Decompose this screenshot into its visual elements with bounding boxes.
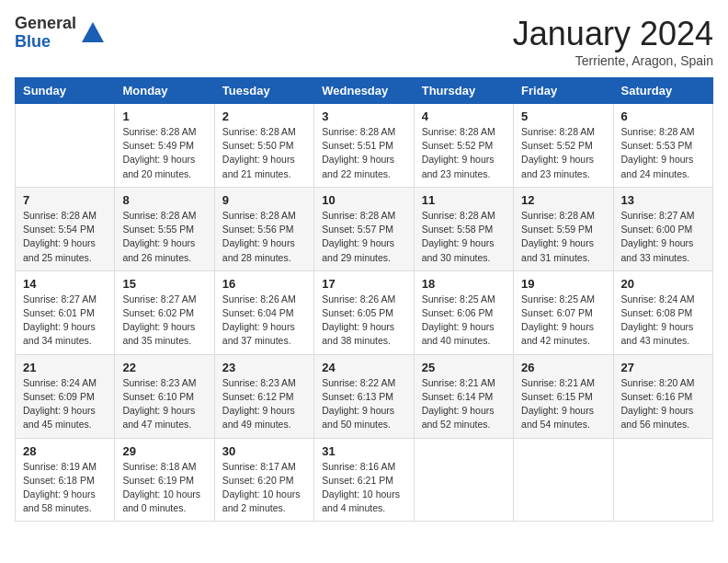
day-number: 27: [621, 361, 705, 374]
calendar-cell: 19Sunrise: 8:25 AM Sunset: 6:07 PM Dayli…: [514, 270, 613, 354]
day-info: Sunrise: 8:21 AM Sunset: 6:15 PM Dayligh…: [521, 376, 605, 432]
calendar-cell: 9Sunrise: 8:28 AM Sunset: 5:56 PM Daylig…: [214, 187, 313, 270]
weekday-header-row: SundayMondayTuesdayWednesdayThursdayFrid…: [16, 78, 713, 104]
day-info: Sunrise: 8:26 AM Sunset: 6:05 PM Dayligh…: [322, 293, 405, 349]
calendar-week-row: 21Sunrise: 8:24 AM Sunset: 6:09 PM Dayli…: [16, 354, 713, 438]
logo-icon: [80, 20, 106, 46]
day-info: Sunrise: 8:27 AM Sunset: 6:01 PM Dayligh…: [23, 293, 107, 349]
day-number: 22: [122, 361, 206, 374]
day-number: 19: [521, 277, 605, 291]
weekday-header-sunday: Sunday: [16, 78, 115, 104]
day-number: 24: [322, 361, 405, 374]
day-info: Sunrise: 8:28 AM Sunset: 5:57 PM Dayligh…: [322, 209, 405, 265]
day-number: 25: [422, 361, 506, 374]
calendar-cell: 11Sunrise: 8:28 AM Sunset: 5:58 PM Dayli…: [414, 187, 513, 270]
calendar-cell: 21Sunrise: 8:24 AM Sunset: 6:09 PM Dayli…: [16, 354, 115, 438]
calendar-cell: 22Sunrise: 8:23 AM Sunset: 6:10 PM Dayli…: [115, 354, 214, 438]
day-number: 31: [322, 444, 405, 458]
weekday-header-monday: Monday: [115, 78, 214, 104]
calendar-cell: 2Sunrise: 8:28 AM Sunset: 5:50 PM Daylig…: [214, 104, 313, 188]
day-number: 15: [122, 277, 206, 291]
day-info: Sunrise: 8:26 AM Sunset: 6:04 PM Dayligh…: [222, 293, 306, 349]
day-info: Sunrise: 8:28 AM Sunset: 5:52 PM Dayligh…: [521, 125, 605, 181]
calendar-cell: 12Sunrise: 8:28 AM Sunset: 5:59 PM Dayli…: [514, 187, 613, 270]
day-number: 28: [23, 444, 107, 458]
calendar-cell: 3Sunrise: 8:28 AM Sunset: 5:51 PM Daylig…: [314, 104, 414, 188]
day-info: Sunrise: 8:28 AM Sunset: 5:54 PM Dayligh…: [23, 209, 107, 265]
day-info: Sunrise: 8:24 AM Sunset: 6:09 PM Dayligh…: [23, 376, 107, 432]
day-number: 30: [222, 444, 306, 458]
day-number: 2: [222, 109, 306, 123]
calendar-cell: [414, 438, 513, 522]
weekday-header-wednesday: Wednesday: [314, 78, 414, 104]
day-info: Sunrise: 8:28 AM Sunset: 5:56 PM Dayligh…: [222, 209, 306, 265]
day-number: 12: [521, 193, 605, 207]
calendar-cell: 4Sunrise: 8:28 AM Sunset: 5:52 PM Daylig…: [414, 104, 513, 188]
calendar-cell: 15Sunrise: 8:27 AM Sunset: 6:02 PM Dayli…: [115, 270, 214, 354]
day-info: Sunrise: 8:27 AM Sunset: 6:02 PM Dayligh…: [122, 293, 206, 349]
calendar-cell: 28Sunrise: 8:19 AM Sunset: 6:18 PM Dayli…: [16, 438, 115, 522]
calendar-week-row: 14Sunrise: 8:27 AM Sunset: 6:01 PM Dayli…: [16, 270, 713, 354]
calendar-cell: 25Sunrise: 8:21 AM Sunset: 6:14 PM Dayli…: [414, 354, 513, 438]
calendar-cell: 10Sunrise: 8:28 AM Sunset: 5:57 PM Dayli…: [314, 187, 414, 270]
day-info: Sunrise: 8:25 AM Sunset: 6:07 PM Dayligh…: [521, 293, 605, 349]
day-info: Sunrise: 8:22 AM Sunset: 6:13 PM Dayligh…: [322, 376, 405, 432]
day-number: 3: [322, 109, 405, 123]
day-info: Sunrise: 8:28 AM Sunset: 5:50 PM Dayligh…: [222, 125, 306, 181]
calendar-cell: [613, 438, 712, 522]
day-info: Sunrise: 8:28 AM Sunset: 5:59 PM Dayligh…: [521, 209, 605, 265]
day-number: 8: [122, 193, 206, 207]
calendar-cell: 24Sunrise: 8:22 AM Sunset: 6:13 PM Dayli…: [314, 354, 414, 438]
day-number: 14: [23, 277, 107, 291]
day-info: Sunrise: 8:25 AM Sunset: 6:06 PM Dayligh…: [422, 293, 506, 349]
calendar-cell: [514, 438, 613, 522]
day-number: 16: [222, 277, 306, 291]
weekday-header-saturday: Saturday: [613, 78, 712, 104]
day-number: 13: [621, 193, 705, 207]
day-number: 11: [422, 193, 506, 207]
day-info: Sunrise: 8:21 AM Sunset: 6:14 PM Dayligh…: [422, 376, 506, 432]
day-info: Sunrise: 8:17 AM Sunset: 6:20 PM Dayligh…: [222, 460, 306, 516]
weekday-header-thursday: Thursday: [414, 78, 513, 104]
logo-general-text: General: [15, 15, 76, 33]
calendar-cell: 16Sunrise: 8:26 AM Sunset: 6:04 PM Dayli…: [214, 270, 313, 354]
calendar-cell: 1Sunrise: 8:28 AM Sunset: 5:49 PM Daylig…: [115, 104, 214, 188]
day-number: 21: [23, 361, 107, 374]
calendar-cell: 27Sunrise: 8:20 AM Sunset: 6:16 PM Dayli…: [613, 354, 712, 438]
day-info: Sunrise: 8:27 AM Sunset: 6:00 PM Dayligh…: [621, 209, 705, 265]
day-info: Sunrise: 8:28 AM Sunset: 5:53 PM Dayligh…: [621, 125, 705, 181]
logo-blue-text: Blue: [15, 33, 76, 52]
day-info: Sunrise: 8:24 AM Sunset: 6:08 PM Dayligh…: [621, 293, 705, 349]
calendar-cell: 7Sunrise: 8:28 AM Sunset: 5:54 PM Daylig…: [16, 187, 115, 270]
title-block: January 2024 Terriente, Aragon, Spain: [513, 15, 713, 68]
calendar-cell: 14Sunrise: 8:27 AM Sunset: 6:01 PM Dayli…: [16, 270, 115, 354]
calendar-cell: 13Sunrise: 8:27 AM Sunset: 6:00 PM Dayli…: [613, 187, 712, 270]
day-info: Sunrise: 8:28 AM Sunset: 5:55 PM Dayligh…: [122, 209, 206, 265]
day-info: Sunrise: 8:20 AM Sunset: 6:16 PM Dayligh…: [621, 376, 705, 432]
logo: General Blue: [15, 15, 106, 52]
day-info: Sunrise: 8:28 AM Sunset: 5:49 PM Dayligh…: [122, 125, 206, 181]
day-number: 23: [222, 361, 306, 374]
calendar-cell: 8Sunrise: 8:28 AM Sunset: 5:55 PM Daylig…: [115, 187, 214, 270]
day-number: 4: [422, 109, 506, 123]
calendar-week-row: 7Sunrise: 8:28 AM Sunset: 5:54 PM Daylig…: [16, 187, 713, 270]
day-info: Sunrise: 8:28 AM Sunset: 5:52 PM Dayligh…: [422, 125, 506, 181]
day-number: 7: [23, 193, 107, 207]
calendar-table: SundayMondayTuesdayWednesdayThursdayFrid…: [15, 77, 713, 522]
calendar-cell: [16, 104, 115, 188]
calendar-week-row: 28Sunrise: 8:19 AM Sunset: 6:18 PM Dayli…: [16, 438, 713, 522]
calendar-cell: 18Sunrise: 8:25 AM Sunset: 6:06 PM Dayli…: [414, 270, 513, 354]
day-info: Sunrise: 8:23 AM Sunset: 6:12 PM Dayligh…: [222, 376, 306, 432]
day-info: Sunrise: 8:23 AM Sunset: 6:10 PM Dayligh…: [122, 376, 206, 432]
calendar-cell: 6Sunrise: 8:28 AM Sunset: 5:53 PM Daylig…: [613, 104, 712, 188]
day-number: 20: [621, 277, 705, 291]
day-number: 9: [222, 193, 306, 207]
calendar-cell: 5Sunrise: 8:28 AM Sunset: 5:52 PM Daylig…: [514, 104, 613, 188]
month-title: January 2024: [513, 15, 713, 53]
day-info: Sunrise: 8:28 AM Sunset: 5:51 PM Dayligh…: [322, 125, 405, 181]
day-info: Sunrise: 8:18 AM Sunset: 6:19 PM Dayligh…: [122, 460, 206, 516]
svg-marker-0: [82, 22, 104, 42]
day-number: 29: [122, 444, 206, 458]
weekday-header-tuesday: Tuesday: [214, 78, 313, 104]
calendar-cell: 26Sunrise: 8:21 AM Sunset: 6:15 PM Dayli…: [514, 354, 613, 438]
